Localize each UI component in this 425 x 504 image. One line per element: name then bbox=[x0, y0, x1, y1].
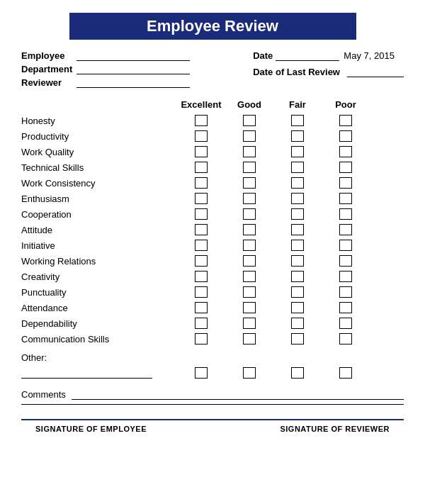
checkbox-excellent-2[interactable] bbox=[195, 146, 208, 157]
checkbox-fair-2[interactable] bbox=[291, 146, 304, 157]
checkbox-excellent-0[interactable] bbox=[195, 115, 208, 126]
checkbox-fair-14[interactable] bbox=[291, 333, 304, 345]
right-fields: Date May 7, 2015 Date of Last Review bbox=[253, 50, 404, 88]
checkbox-poor-9[interactable] bbox=[339, 255, 352, 267]
criteria-name: Productivity bbox=[21, 131, 177, 142]
checkbox-excellent-5[interactable] bbox=[195, 193, 208, 204]
checkbox-fair-1[interactable] bbox=[291, 130, 304, 142]
department-input[interactable] bbox=[76, 63, 190, 74]
checkbox-good-12[interactable] bbox=[243, 302, 256, 313]
checkbox-poor-10[interactable] bbox=[339, 271, 352, 282]
reviewer-input[interactable] bbox=[76, 77, 190, 88]
check-cell-good bbox=[225, 115, 273, 126]
checkbox-fair-0[interactable] bbox=[291, 115, 304, 126]
employee-input[interactable] bbox=[76, 50, 190, 61]
checkbox-poor-11[interactable] bbox=[339, 286, 352, 298]
check-cell-excellent bbox=[177, 177, 225, 189]
checkbox-poor-8[interactable] bbox=[339, 240, 352, 251]
comments-input[interactable] bbox=[72, 388, 404, 400]
employee-label: Employee bbox=[21, 50, 72, 61]
checkbox-good-0[interactable] bbox=[243, 115, 256, 126]
other-check-poor bbox=[322, 367, 370, 379]
check-cell-good bbox=[225, 286, 273, 298]
checkbox-good-11[interactable] bbox=[243, 286, 256, 298]
other-input[interactable] bbox=[21, 367, 152, 379]
check-cell-fair bbox=[273, 224, 322, 235]
checkbox-excellent-11[interactable] bbox=[195, 286, 208, 298]
checkbox-excellent-9[interactable] bbox=[195, 255, 208, 267]
checkbox-poor-5[interactable] bbox=[339, 193, 352, 204]
checkbox-fair-11[interactable] bbox=[291, 286, 304, 298]
checkbox-good-8[interactable] bbox=[243, 240, 256, 251]
checkbox-excellent-8[interactable] bbox=[195, 240, 208, 251]
checkbox-poor-1[interactable] bbox=[339, 130, 352, 142]
checkbox-fair-6[interactable] bbox=[291, 208, 304, 220]
check-cell-fair bbox=[273, 146, 322, 157]
signature-reviewer: SIGNATURE OF REVIEWER bbox=[280, 425, 390, 433]
date-last-review-input[interactable] bbox=[347, 66, 404, 77]
check-cell-good bbox=[225, 255, 273, 267]
checkbox-fair-8[interactable] bbox=[291, 240, 304, 251]
checkbox-fair-7[interactable] bbox=[291, 224, 304, 235]
checkbox-good-2[interactable] bbox=[243, 146, 256, 157]
comments-line-2 bbox=[21, 404, 404, 405]
department-row: Department bbox=[21, 63, 190, 74]
checkbox-excellent-1[interactable] bbox=[195, 130, 208, 142]
check-cell-excellent bbox=[177, 302, 225, 313]
checkbox-excellent-13[interactable] bbox=[195, 318, 208, 329]
criteria-name: Punctuality bbox=[21, 287, 177, 298]
checkbox-poor-3[interactable] bbox=[339, 162, 352, 173]
table-row: Communication Skills bbox=[21, 331, 404, 347]
checkbox-good-5[interactable] bbox=[243, 193, 256, 204]
check-cell-poor bbox=[322, 162, 370, 173]
checkbox-fair-4[interactable] bbox=[291, 177, 304, 189]
checkbox-poor-0[interactable] bbox=[339, 115, 352, 126]
checkbox-good-14[interactable] bbox=[243, 333, 256, 345]
checkbox-fair-12[interactable] bbox=[291, 302, 304, 313]
checkbox-excellent-7[interactable] bbox=[195, 224, 208, 235]
table-row: Dependability bbox=[21, 315, 404, 331]
checkbox-poor-2[interactable] bbox=[339, 146, 352, 157]
checkbox-excellent-6[interactable] bbox=[195, 208, 208, 220]
checkbox-poor-13[interactable] bbox=[339, 318, 352, 329]
checkbox-poor-12[interactable] bbox=[339, 302, 352, 313]
left-fields: Employee Department Reviewer bbox=[21, 50, 190, 88]
checkbox-poor-6[interactable] bbox=[339, 208, 352, 220]
checkbox-excellent-10[interactable] bbox=[195, 271, 208, 282]
ratings-section: Excellent Good Fair Poor HonestyProducti… bbox=[21, 99, 404, 347]
checkbox-excellent-14[interactable] bbox=[195, 333, 208, 345]
other-check-excellent bbox=[177, 367, 225, 379]
date-last-review-label: Date of Last Review bbox=[253, 67, 340, 77]
other-checkbox-poor[interactable] bbox=[339, 367, 352, 379]
checkbox-good-3[interactable] bbox=[243, 162, 256, 173]
checkbox-poor-14[interactable] bbox=[339, 333, 352, 345]
criteria-name: Work Quality bbox=[21, 147, 177, 157]
checkbox-good-13[interactable] bbox=[243, 318, 256, 329]
checkbox-fair-3[interactable] bbox=[291, 162, 304, 173]
checkbox-good-4[interactable] bbox=[243, 177, 256, 189]
checkbox-good-10[interactable] bbox=[243, 271, 256, 282]
checkbox-good-9[interactable] bbox=[243, 255, 256, 267]
checkbox-poor-4[interactable] bbox=[339, 177, 352, 189]
check-cell-excellent bbox=[177, 271, 225, 282]
checkbox-fair-5[interactable] bbox=[291, 193, 304, 204]
checkbox-fair-13[interactable] bbox=[291, 318, 304, 329]
checkbox-excellent-12[interactable] bbox=[195, 302, 208, 313]
checkbox-fair-9[interactable] bbox=[291, 255, 304, 267]
other-checkbox-fair[interactable] bbox=[291, 367, 304, 379]
check-cell-good bbox=[225, 130, 273, 142]
other-checkbox-excellent[interactable] bbox=[195, 367, 208, 379]
check-cell-good bbox=[225, 224, 273, 235]
checkbox-good-7[interactable] bbox=[243, 224, 256, 235]
ratings-rows: HonestyProductivityWork QualityTechnical… bbox=[21, 113, 404, 347]
checkbox-good-1[interactable] bbox=[243, 130, 256, 142]
header-fields: Employee Department Reviewer Date May 7,… bbox=[21, 50, 404, 88]
date-input[interactable] bbox=[276, 50, 339, 61]
checkbox-excellent-4[interactable] bbox=[195, 177, 208, 189]
checkbox-good-6[interactable] bbox=[243, 208, 256, 220]
criteria-name: Communication Skills bbox=[21, 334, 177, 345]
other-checkbox-good[interactable] bbox=[243, 367, 256, 379]
checkbox-excellent-3[interactable] bbox=[195, 162, 208, 173]
checkbox-fair-10[interactable] bbox=[291, 271, 304, 282]
checkbox-poor-7[interactable] bbox=[339, 224, 352, 235]
